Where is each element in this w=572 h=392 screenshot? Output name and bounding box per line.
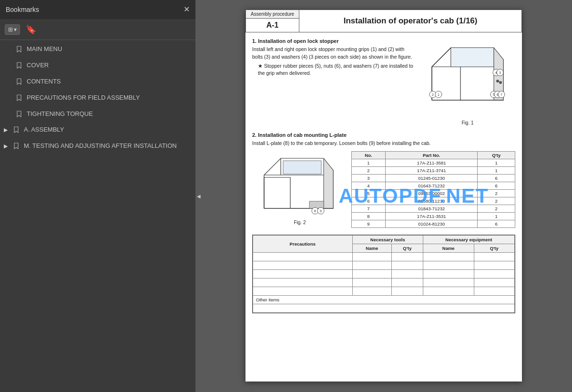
parts-col-qty: Q'ty bbox=[478, 151, 515, 159]
sidebar-header: Bookmarks ✕ bbox=[0, 0, 195, 19]
doc-header-left: Assembly procedure A-1 bbox=[246, 10, 299, 32]
equip-name-header: Name bbox=[423, 244, 474, 252]
sidebar-item-tightening[interactable]: TIGHTENING TORQUE bbox=[0, 107, 195, 123]
table-row bbox=[253, 278, 515, 287]
section2-heading: 2. Installation of cab mounting L-plate bbox=[252, 132, 515, 138]
sidebar-item-label-tightening: TIGHTENING TORQUE bbox=[27, 110, 191, 118]
bookmark-icon-precautions bbox=[16, 94, 23, 103]
dropdown-arrow-icon: ▾ bbox=[14, 26, 17, 33]
doc-body: 1. Installation of open lock stopper Ins… bbox=[245, 32, 522, 317]
svg-point-8 bbox=[496, 80, 499, 83]
section1-heading: 1. Installation of open lock stopper bbox=[252, 38, 415, 44]
table-row bbox=[253, 304, 515, 312]
collapse-arrow-icon: ◀ bbox=[197, 194, 201, 199]
bookmark-icon-assembly bbox=[13, 126, 20, 135]
parts-col-no: No. bbox=[352, 151, 386, 159]
svg-text:9: 9 bbox=[320, 209, 322, 213]
bookmark-tag-button[interactable]: 🔖 bbox=[24, 23, 38, 36]
table-row bbox=[253, 261, 515, 269]
section2-area: 8 9 Fig. 2 No. Part No. bbox=[252, 151, 515, 228]
expand-collapse-button[interactable]: ⊞ ▾ bbox=[5, 24, 20, 35]
bookmark-tag-icon: 🔖 bbox=[26, 25, 36, 34]
equip-qty-header: Q'ty bbox=[474, 244, 514, 252]
figure1-label: Fig. 1 bbox=[461, 120, 473, 125]
parts-col-partno: Part No. bbox=[385, 151, 478, 159]
table-row: 509453-000022 bbox=[352, 189, 515, 197]
sidebar-item-label-testing: M. TESTING AND ADJUSTING AFTER INSTALLAT… bbox=[24, 142, 191, 150]
close-button[interactable]: ✕ bbox=[184, 6, 190, 13]
other-items-label: Other items bbox=[253, 295, 515, 304]
table-row: 217A-Z11-37411 bbox=[352, 166, 515, 174]
chevron-right-icon-testing: ▶ bbox=[4, 143, 10, 149]
sidebar-item-cover[interactable]: COVER bbox=[0, 58, 195, 74]
chevron-right-icon: ▶ bbox=[4, 126, 10, 133]
sidebar-item-precautions[interactable]: PRECAUTIONS FOR FIELD ASSEMBLY bbox=[0, 91, 195, 107]
svg-rect-16 bbox=[309, 201, 324, 208]
sidebar-item-contents[interactable]: CONTENTS bbox=[0, 74, 195, 91]
sidebar-item-assembly[interactable]: ▶ A. ASSEMBLY bbox=[0, 123, 195, 139]
svg-text:3: 3 bbox=[499, 71, 501, 74]
table-row bbox=[253, 252, 515, 261]
table-row bbox=[253, 287, 515, 295]
svg-point-9 bbox=[499, 81, 502, 84]
document-page: Assembly procedure A-1 Installation of o… bbox=[245, 10, 522, 382]
svg-text:1: 1 bbox=[438, 93, 439, 96]
grid-icon: ⊞ bbox=[8, 26, 13, 33]
section1-body: Install left and right open lock stopper… bbox=[252, 46, 415, 61]
sidebar-item-testing[interactable]: ▶ M. TESTING AND ADJUSTING AFTER INSTALL… bbox=[0, 139, 195, 155]
table-row: 601580-112102 bbox=[352, 197, 515, 205]
sidebar-item-main-menu[interactable]: MAIN MENU bbox=[0, 42, 195, 58]
table-row: 117A-Z11-35811 bbox=[352, 159, 515, 166]
bookmark-icon-contents bbox=[16, 78, 23, 87]
necessary-tools-col-header: Necessary tools bbox=[352, 235, 423, 244]
table-row: 901024-812306 bbox=[352, 220, 515, 227]
tools-name-header: Name bbox=[352, 244, 391, 252]
figure2-svg: 8 9 bbox=[257, 151, 343, 218]
section1-note: ★ Stopper rubber pieces (5), nuts (6), a… bbox=[252, 62, 415, 78]
other-items-row: Other items bbox=[253, 295, 515, 304]
table-row: 301245-012306 bbox=[352, 174, 515, 182]
tools-qty-header: Q'ty bbox=[391, 244, 423, 252]
sidebar-item-label-main-menu: MAIN MENU bbox=[27, 45, 191, 53]
table-row: 817A-Z11-35311 bbox=[352, 212, 515, 220]
section2-body: Install L-plate (8) to the cab temporary… bbox=[252, 140, 515, 147]
figure2-svg-wrap: 8 9 bbox=[257, 151, 343, 219]
table-row bbox=[253, 269, 515, 278]
svg-text:2: 2 bbox=[432, 93, 434, 96]
parts-table-area: No. Part No. Q'ty 117A-Z11-35811217A-Z11… bbox=[351, 151, 515, 228]
sidebar-item-label-cover: COVER bbox=[27, 62, 191, 70]
doc-title: Installation of operator's cab (1/16) bbox=[299, 10, 521, 32]
main-content: AUTOPDF.NET Assembly procedure A-1 Insta… bbox=[195, 0, 572, 392]
procedure-label: Assembly procedure bbox=[246, 10, 299, 19]
figure2-image: 8 9 Fig. 2 bbox=[252, 151, 347, 228]
sidebar-toolbar: ⊞ ▾ 🔖 bbox=[0, 19, 195, 40]
bookmark-icon-main-menu bbox=[16, 46, 23, 55]
figure1-svg: 2 1 4 3 5 6 bbox=[422, 38, 513, 119]
doc-header: Assembly procedure A-1 Installation of o… bbox=[245, 10, 522, 32]
bottom-table-wrap: Precautions Necessary tools Necessary eq… bbox=[252, 235, 515, 313]
bottom-table: Precautions Necessary tools Necessary eq… bbox=[253, 235, 515, 313]
svg-text:8: 8 bbox=[314, 209, 316, 213]
figure1-image: 2 1 4 3 5 6 bbox=[420, 38, 515, 125]
sidebar: Bookmarks ✕ ⊞ ▾ 🔖 MAIN MENU COVER bbox=[0, 0, 195, 392]
sidebar-collapse-handle[interactable]: ◀ bbox=[195, 186, 202, 206]
figure2-label: Fig. 2 bbox=[294, 220, 306, 225]
bookmark-list: MAIN MENU COVER CONTENTS PRECAUTIONS FOR… bbox=[0, 40, 195, 392]
doc-code: A-1 bbox=[246, 19, 299, 32]
section1-text: 1. Installation of open lock stopper Ins… bbox=[252, 38, 415, 125]
section1-area: 1. Installation of open lock stopper Ins… bbox=[252, 38, 515, 125]
parts-table: No. Part No. Q'ty 117A-Z11-35811217A-Z11… bbox=[351, 151, 515, 228]
svg-text:7: 7 bbox=[500, 93, 502, 96]
bookmark-icon-testing bbox=[13, 143, 20, 152]
section2-heading-wrap: 2. Installation of cab mounting L-plate … bbox=[252, 132, 515, 147]
sidebar-item-label-contents: CONTENTS bbox=[27, 78, 191, 86]
bookmark-icon-cover bbox=[16, 62, 23, 71]
table-row: 701843-712322 bbox=[352, 205, 515, 212]
sidebar-item-label-assembly: A. ASSEMBLY bbox=[24, 126, 191, 134]
table-row: 401643-712326 bbox=[352, 182, 515, 189]
bookmark-icon-tightening bbox=[16, 111, 23, 120]
sidebar-title: Bookmarks bbox=[6, 6, 39, 13]
precautions-col-header: Precautions bbox=[253, 235, 353, 252]
necessary-equipment-col-header: Necessary equipment bbox=[423, 235, 514, 244]
sidebar-item-label-precautions: PRECAUTIONS FOR FIELD ASSEMBLY bbox=[27, 94, 191, 102]
